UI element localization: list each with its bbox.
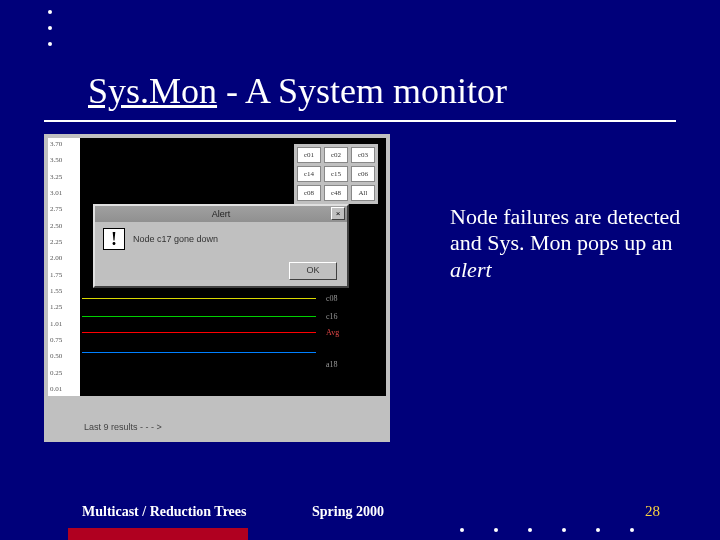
node-button[interactable]: c48	[324, 185, 348, 201]
alert-dialog: Alert × ! Node c17 gone down OK	[93, 204, 349, 288]
chart-label-c16: c16	[326, 312, 356, 321]
node-selector-grid: c01 c02 c03 c14 c15 c06 c08 c48 All	[294, 144, 378, 204]
chart-y-axis: 3.70 3.50 3.25 3.01 2.75 2.50 2.25 2.00 …	[48, 138, 80, 396]
chart-line-avg	[82, 332, 316, 333]
page-number: 28	[645, 503, 660, 520]
footer-center: Spring 2000	[312, 504, 384, 520]
chart-label-c08: c08	[326, 294, 356, 303]
chart-label-avg: Avg	[326, 328, 356, 337]
chart-line-c08	[82, 298, 316, 299]
alert-title: Alert	[212, 209, 231, 219]
slide-title: Sys.Mon - A System monitor	[88, 70, 507, 112]
node-button[interactable]: c14	[297, 166, 321, 182]
title-prefix: Sys.Mon	[88, 71, 217, 111]
node-button[interactable]: c01	[297, 147, 321, 163]
decorative-red-bar	[68, 528, 248, 540]
title-rest: - A System monitor	[217, 71, 507, 111]
node-button[interactable]: c08	[297, 185, 321, 201]
node-button[interactable]: c03	[351, 147, 375, 163]
node-button[interactable]: c15	[324, 166, 348, 182]
sysmon-screenshot: 3.70 3.50 3.25 3.01 2.75 2.50 2.25 2.00 …	[44, 134, 390, 442]
close-icon[interactable]: ×	[331, 207, 345, 220]
footer-left: Multicast / Reduction Trees	[82, 504, 247, 520]
node-button[interactable]: c06	[351, 166, 375, 182]
desc-text: Node failures are detected and Sys. Mon …	[450, 204, 680, 255]
slide-description: Node failures are detected and Sys. Mon …	[450, 204, 700, 283]
desc-alert-word: alert	[450, 257, 492, 282]
decorative-bullets-bottom	[460, 528, 634, 532]
chart-label-c18: a18	[326, 360, 356, 369]
node-button[interactable]: All	[351, 185, 375, 201]
node-button[interactable]: c02	[324, 147, 348, 163]
exclamation-icon: !	[103, 228, 125, 250]
chart-line-c18	[82, 352, 316, 353]
ok-button[interactable]: OK	[289, 262, 337, 280]
decorative-bullets-top	[48, 10, 52, 58]
alert-body: ! Node c17 gone down	[95, 222, 347, 256]
title-underline-rule	[44, 120, 676, 122]
chart-x-caption: Last 9 results - - - >	[84, 422, 162, 432]
alert-message: Node c17 gone down	[133, 234, 218, 244]
chart-line-c16	[82, 316, 316, 317]
alert-titlebar: Alert ×	[95, 206, 347, 222]
